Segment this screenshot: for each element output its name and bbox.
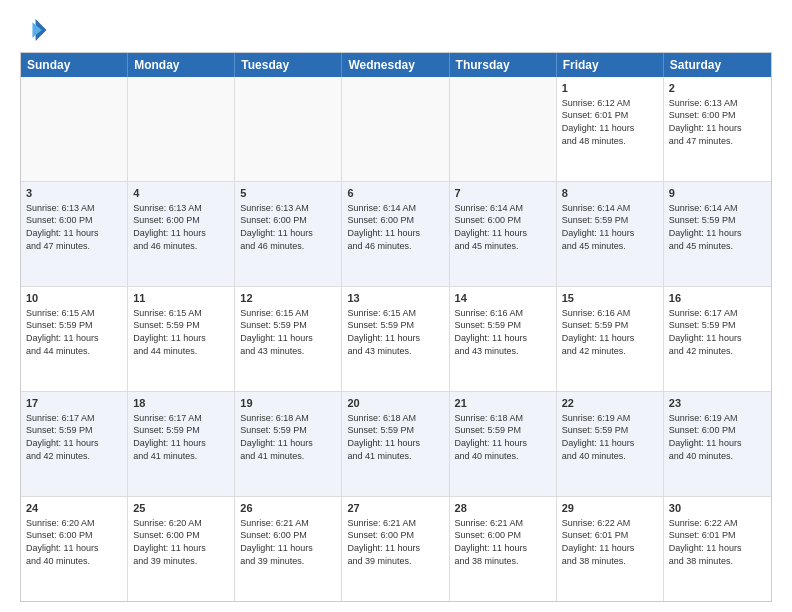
- day-cell-28: 28Sunrise: 6:21 AM Sunset: 6:00 PM Dayli…: [450, 497, 557, 601]
- day-number: 8: [562, 186, 658, 201]
- day-info: Sunrise: 6:17 AM Sunset: 5:59 PM Dayligh…: [669, 307, 766, 357]
- day-info: Sunrise: 6:15 AM Sunset: 5:59 PM Dayligh…: [133, 307, 229, 357]
- day-number: 9: [669, 186, 766, 201]
- day-cell-25: 25Sunrise: 6:20 AM Sunset: 6:00 PM Dayli…: [128, 497, 235, 601]
- day-cell-1: 1Sunrise: 6:12 AM Sunset: 6:01 PM Daylig…: [557, 77, 664, 181]
- day-number: 29: [562, 501, 658, 516]
- day-cell-14: 14Sunrise: 6:16 AM Sunset: 5:59 PM Dayli…: [450, 287, 557, 391]
- day-info: Sunrise: 6:12 AM Sunset: 6:01 PM Dayligh…: [562, 97, 658, 147]
- header-day-thursday: Thursday: [450, 53, 557, 77]
- day-info: Sunrise: 6:18 AM Sunset: 5:59 PM Dayligh…: [455, 412, 551, 462]
- day-cell-24: 24Sunrise: 6:20 AM Sunset: 6:00 PM Dayli…: [21, 497, 128, 601]
- day-cell-30: 30Sunrise: 6:22 AM Sunset: 6:01 PM Dayli…: [664, 497, 771, 601]
- logo: [20, 16, 52, 44]
- day-cell-7: 7Sunrise: 6:14 AM Sunset: 6:00 PM Daylig…: [450, 182, 557, 286]
- day-info: Sunrise: 6:22 AM Sunset: 6:01 PM Dayligh…: [669, 517, 766, 567]
- day-info: Sunrise: 6:22 AM Sunset: 6:01 PM Dayligh…: [562, 517, 658, 567]
- day-cell-12: 12Sunrise: 6:15 AM Sunset: 5:59 PM Dayli…: [235, 287, 342, 391]
- header-day-saturday: Saturday: [664, 53, 771, 77]
- day-info: Sunrise: 6:19 AM Sunset: 5:59 PM Dayligh…: [562, 412, 658, 462]
- calendar-row-5: 24Sunrise: 6:20 AM Sunset: 6:00 PM Dayli…: [21, 497, 771, 601]
- day-number: 1: [562, 81, 658, 96]
- day-cell-15: 15Sunrise: 6:16 AM Sunset: 5:59 PM Dayli…: [557, 287, 664, 391]
- day-info: Sunrise: 6:14 AM Sunset: 5:59 PM Dayligh…: [562, 202, 658, 252]
- calendar-row-2: 3Sunrise: 6:13 AM Sunset: 6:00 PM Daylig…: [21, 182, 771, 287]
- calendar: SundayMondayTuesdayWednesdayThursdayFrid…: [20, 52, 772, 602]
- day-info: Sunrise: 6:18 AM Sunset: 5:59 PM Dayligh…: [240, 412, 336, 462]
- day-number: 30: [669, 501, 766, 516]
- day-number: 7: [455, 186, 551, 201]
- day-number: 26: [240, 501, 336, 516]
- day-number: 20: [347, 396, 443, 411]
- day-number: 18: [133, 396, 229, 411]
- day-cell-5: 5Sunrise: 6:13 AM Sunset: 6:00 PM Daylig…: [235, 182, 342, 286]
- day-cell-29: 29Sunrise: 6:22 AM Sunset: 6:01 PM Dayli…: [557, 497, 664, 601]
- empty-cell: [450, 77, 557, 181]
- day-number: 5: [240, 186, 336, 201]
- day-info: Sunrise: 6:17 AM Sunset: 5:59 PM Dayligh…: [26, 412, 122, 462]
- day-info: Sunrise: 6:15 AM Sunset: 5:59 PM Dayligh…: [240, 307, 336, 357]
- day-number: 19: [240, 396, 336, 411]
- day-info: Sunrise: 6:16 AM Sunset: 5:59 PM Dayligh…: [455, 307, 551, 357]
- page: SundayMondayTuesdayWednesdayThursdayFrid…: [0, 0, 792, 612]
- day-number: 13: [347, 291, 443, 306]
- logo-icon: [20, 16, 48, 44]
- day-info: Sunrise: 6:16 AM Sunset: 5:59 PM Dayligh…: [562, 307, 658, 357]
- day-cell-11: 11Sunrise: 6:15 AM Sunset: 5:59 PM Dayli…: [128, 287, 235, 391]
- day-number: 4: [133, 186, 229, 201]
- day-cell-22: 22Sunrise: 6:19 AM Sunset: 5:59 PM Dayli…: [557, 392, 664, 496]
- day-info: Sunrise: 6:21 AM Sunset: 6:00 PM Dayligh…: [347, 517, 443, 567]
- day-number: 15: [562, 291, 658, 306]
- day-cell-13: 13Sunrise: 6:15 AM Sunset: 5:59 PM Dayli…: [342, 287, 449, 391]
- empty-cell: [21, 77, 128, 181]
- day-cell-19: 19Sunrise: 6:18 AM Sunset: 5:59 PM Dayli…: [235, 392, 342, 496]
- day-info: Sunrise: 6:13 AM Sunset: 6:00 PM Dayligh…: [133, 202, 229, 252]
- day-cell-23: 23Sunrise: 6:19 AM Sunset: 6:00 PM Dayli…: [664, 392, 771, 496]
- day-cell-17: 17Sunrise: 6:17 AM Sunset: 5:59 PM Dayli…: [21, 392, 128, 496]
- empty-cell: [235, 77, 342, 181]
- header-day-friday: Friday: [557, 53, 664, 77]
- day-number: 21: [455, 396, 551, 411]
- day-number: 10: [26, 291, 122, 306]
- day-info: Sunrise: 6:20 AM Sunset: 6:00 PM Dayligh…: [133, 517, 229, 567]
- day-info: Sunrise: 6:21 AM Sunset: 6:00 PM Dayligh…: [240, 517, 336, 567]
- calendar-header: SundayMondayTuesdayWednesdayThursdayFrid…: [21, 53, 771, 77]
- day-number: 22: [562, 396, 658, 411]
- day-cell-6: 6Sunrise: 6:14 AM Sunset: 6:00 PM Daylig…: [342, 182, 449, 286]
- day-cell-26: 26Sunrise: 6:21 AM Sunset: 6:00 PM Dayli…: [235, 497, 342, 601]
- day-cell-20: 20Sunrise: 6:18 AM Sunset: 5:59 PM Dayli…: [342, 392, 449, 496]
- day-cell-21: 21Sunrise: 6:18 AM Sunset: 5:59 PM Dayli…: [450, 392, 557, 496]
- day-number: 6: [347, 186, 443, 201]
- header-day-sunday: Sunday: [21, 53, 128, 77]
- day-number: 11: [133, 291, 229, 306]
- day-number: 27: [347, 501, 443, 516]
- day-info: Sunrise: 6:18 AM Sunset: 5:59 PM Dayligh…: [347, 412, 443, 462]
- header-day-tuesday: Tuesday: [235, 53, 342, 77]
- day-info: Sunrise: 6:14 AM Sunset: 6:00 PM Dayligh…: [455, 202, 551, 252]
- day-cell-4: 4Sunrise: 6:13 AM Sunset: 6:00 PM Daylig…: [128, 182, 235, 286]
- day-info: Sunrise: 6:14 AM Sunset: 6:00 PM Dayligh…: [347, 202, 443, 252]
- day-cell-3: 3Sunrise: 6:13 AM Sunset: 6:00 PM Daylig…: [21, 182, 128, 286]
- day-number: 3: [26, 186, 122, 201]
- day-info: Sunrise: 6:14 AM Sunset: 5:59 PM Dayligh…: [669, 202, 766, 252]
- header: [20, 16, 772, 44]
- day-cell-8: 8Sunrise: 6:14 AM Sunset: 5:59 PM Daylig…: [557, 182, 664, 286]
- day-number: 28: [455, 501, 551, 516]
- day-info: Sunrise: 6:20 AM Sunset: 6:00 PM Dayligh…: [26, 517, 122, 567]
- day-cell-2: 2Sunrise: 6:13 AM Sunset: 6:00 PM Daylig…: [664, 77, 771, 181]
- day-info: Sunrise: 6:13 AM Sunset: 6:00 PM Dayligh…: [669, 97, 766, 147]
- day-number: 24: [26, 501, 122, 516]
- day-number: 16: [669, 291, 766, 306]
- header-day-monday: Monday: [128, 53, 235, 77]
- day-info: Sunrise: 6:21 AM Sunset: 6:00 PM Dayligh…: [455, 517, 551, 567]
- calendar-row-1: 1Sunrise: 6:12 AM Sunset: 6:01 PM Daylig…: [21, 77, 771, 182]
- header-day-wednesday: Wednesday: [342, 53, 449, 77]
- day-number: 2: [669, 81, 766, 96]
- day-info: Sunrise: 6:15 AM Sunset: 5:59 PM Dayligh…: [347, 307, 443, 357]
- day-info: Sunrise: 6:15 AM Sunset: 5:59 PM Dayligh…: [26, 307, 122, 357]
- day-info: Sunrise: 6:17 AM Sunset: 5:59 PM Dayligh…: [133, 412, 229, 462]
- calendar-row-4: 17Sunrise: 6:17 AM Sunset: 5:59 PM Dayli…: [21, 392, 771, 497]
- empty-cell: [342, 77, 449, 181]
- day-number: 14: [455, 291, 551, 306]
- day-info: Sunrise: 6:13 AM Sunset: 6:00 PM Dayligh…: [26, 202, 122, 252]
